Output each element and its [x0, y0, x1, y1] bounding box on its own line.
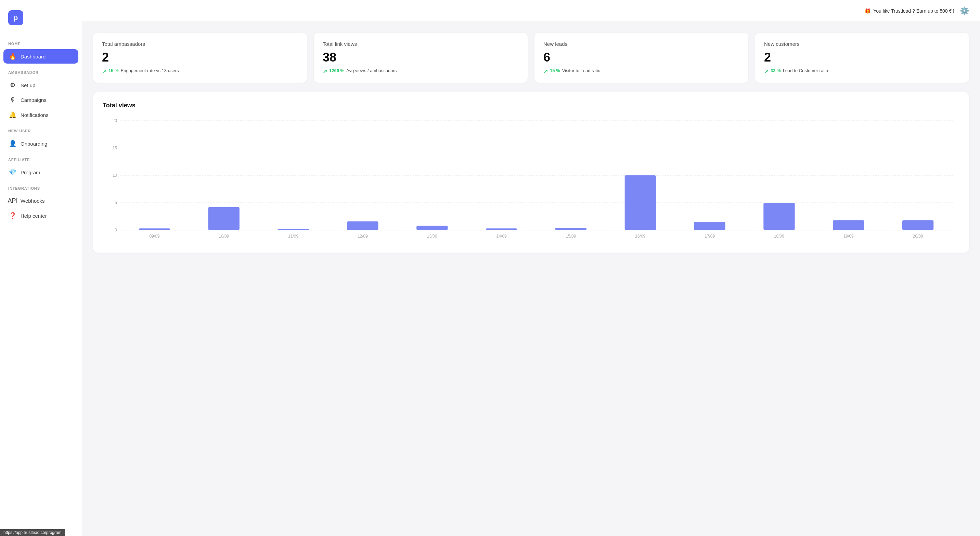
stat-arrow-new-customers: ↗: [764, 68, 768, 75]
svg-rect-28: [764, 203, 795, 230]
onboarding-label: Onboarding: [21, 141, 47, 147]
sidebar-item-webhooks[interactable]: APIWebhooks: [3, 194, 78, 208]
stat-card-total-ambassadors: Total ambassadors2↗15 % Engagement rate …: [93, 33, 307, 83]
svg-rect-12: [208, 207, 240, 230]
svg-rect-22: [555, 228, 587, 230]
stat-pct-total-link-views: 1266 %: [329, 68, 344, 73]
bar-chart-svg: 0510152009/0910/0911/0912/0913/0914/0915…: [103, 117, 959, 247]
stat-value-total-link-views: 38: [323, 50, 519, 65]
setup-label: Set up: [21, 82, 35, 88]
stat-pct-new-leads: 15 %: [550, 68, 560, 73]
program-label: Program: [21, 170, 40, 175]
svg-text:13/09: 13/09: [427, 234, 437, 239]
sidebar-section-new-user: NEW USER: [0, 123, 82, 136]
svg-text:15: 15: [113, 146, 118, 151]
dashboard-icon: 🔥: [9, 52, 16, 60]
promo-icon: 🎁: [865, 8, 870, 14]
settings-icon[interactable]: ⚙️: [960, 6, 969, 15]
chart-card: Total views 0510152009/0910/0911/0912/09…: [93, 92, 969, 253]
campaigns-icon: 🎙: [9, 97, 16, 103]
webhooks-label: Webhooks: [21, 198, 45, 204]
sidebar-item-helpcenter[interactable]: ❓Help center: [3, 209, 78, 223]
svg-text:10: 10: [113, 173, 118, 178]
svg-text:0: 0: [115, 228, 117, 232]
svg-rect-30: [833, 220, 864, 230]
stat-subtext-new-customers: Lead to Customer ratio: [783, 68, 828, 73]
sidebar-section-integrations: INTEGRATIONS: [0, 180, 82, 193]
svg-text:20/09: 20/09: [913, 234, 923, 239]
stat-title-new-customers: New customers: [764, 41, 960, 47]
svg-rect-32: [902, 220, 934, 230]
stat-card-total-link-views: Total link views38↗1266 % Avg views / am…: [314, 33, 528, 83]
notifications-label: Notifications: [21, 112, 49, 118]
svg-text:14/09: 14/09: [496, 234, 507, 239]
campaigns-label: Campaigns: [21, 97, 46, 103]
svg-rect-18: [417, 225, 447, 230]
stat-title-new-leads: New leads: [543, 41, 740, 47]
statusbar: https://app.trustlead.co/program: [0, 529, 65, 536]
notifications-icon: 🔔: [9, 111, 16, 119]
helpcenter-icon: ❓: [9, 212, 16, 219]
stat-arrow-total-ambassadors: ↗: [102, 68, 107, 75]
chart-area: 0510152009/0910/0911/0912/0913/0914/0915…: [103, 117, 959, 247]
svg-text:16/09: 16/09: [635, 234, 645, 239]
helpcenter-label: Help center: [21, 213, 47, 219]
sidebar-item-onboarding[interactable]: 👤Onboarding: [3, 136, 78, 151]
svg-rect-20: [486, 228, 517, 230]
sidebar-item-setup[interactable]: ⚙Set up: [3, 78, 78, 92]
stat-title-total-link-views: Total link views: [323, 41, 519, 47]
stat-arrow-total-link-views: ↗: [323, 68, 327, 75]
sidebar-item-program[interactable]: 💎Program: [3, 165, 78, 179]
logo-icon: p: [8, 10, 23, 25]
statusbar-url: https://app.trustlead.co/program: [3, 530, 61, 535]
stat-title-total-ambassadors: Total ambassadors: [102, 41, 298, 47]
topbar: 🎁 You like Trustlead ? Earn up to 500 € …: [82, 0, 980, 22]
svg-rect-24: [625, 175, 656, 230]
dashboard-label: Dashboard: [21, 54, 46, 59]
stat-card-new-leads: New leads6↗15 % Visitor to Lead ratio: [535, 33, 748, 83]
main-area: 🎁 You like Trustlead ? Earn up to 500 € …: [82, 0, 980, 536]
svg-text:12/09: 12/09: [358, 234, 368, 239]
stat-subtext-new-leads: Visitor to Lead ratio: [562, 68, 601, 73]
stat-subtext-total-ambassadors: Engagement rate vs 13 users: [121, 68, 179, 73]
program-icon: 💎: [9, 168, 16, 176]
webhooks-icon: API: [9, 197, 16, 205]
main-content: Total ambassadors2↗15 % Engagement rate …: [82, 22, 980, 536]
svg-text:19/09: 19/09: [843, 234, 854, 239]
sidebar-section-ambassador: AMBASSADOR: [0, 64, 82, 77]
sidebar-item-campaigns[interactable]: 🎙Campaigns: [3, 93, 78, 107]
svg-rect-16: [347, 222, 378, 230]
stat-value-total-ambassadors: 2: [102, 50, 298, 65]
svg-text:20: 20: [113, 118, 118, 123]
stat-pct-total-ambassadors: 15 %: [108, 68, 119, 73]
promo-text: You like Trustlead ? Earn up to 500 € !: [873, 8, 955, 14]
stat-sub-total-ambassadors: ↗15 % Engagement rate vs 13 users: [102, 68, 298, 75]
svg-rect-26: [694, 222, 725, 230]
stat-sub-total-link-views: ↗1266 % Avg views / ambassadors: [323, 68, 519, 75]
stat-subtext-total-link-views: Avg views / ambassadors: [346, 68, 396, 73]
stat-arrow-new-leads: ↗: [543, 68, 548, 75]
svg-text:11/09: 11/09: [288, 234, 298, 239]
svg-text:5: 5: [115, 200, 117, 205]
stat-card-new-customers: New customers2↗33 % Lead to Customer rat…: [755, 33, 969, 83]
sidebar-item-notifications[interactable]: 🔔Notifications: [3, 108, 78, 122]
svg-text:17/09: 17/09: [705, 234, 715, 239]
sidebar-item-dashboard[interactable]: 🔥Dashboard: [3, 49, 78, 63]
sidebar-section-home: HOME: [0, 36, 82, 49]
stat-pct-new-customers: 33 %: [771, 68, 781, 73]
stat-value-new-customers: 2: [764, 50, 960, 65]
sidebar-section-affiliate: AFFILIATE: [0, 151, 82, 165]
svg-text:09/09: 09/09: [149, 234, 159, 239]
stat-sub-new-customers: ↗33 % Lead to Customer ratio: [764, 68, 960, 75]
onboarding-icon: 👤: [9, 140, 16, 147]
setup-icon: ⚙: [9, 81, 16, 89]
sidebar: p HOME🔥DashboardAMBASSADOR⚙Set up🎙Campai…: [0, 0, 82, 536]
svg-text:15/09: 15/09: [566, 234, 576, 239]
svg-text:18/09: 18/09: [774, 234, 784, 239]
chart-title: Total views: [103, 102, 959, 109]
stats-grid: Total ambassadors2↗15 % Engagement rate …: [93, 33, 969, 83]
sidebar-logo: p: [0, 7, 82, 36]
stat-sub-new-leads: ↗15 % Visitor to Lead ratio: [543, 68, 740, 75]
svg-rect-10: [139, 228, 170, 230]
promo-banner: 🎁 You like Trustlead ? Earn up to 500 € …: [865, 8, 955, 14]
